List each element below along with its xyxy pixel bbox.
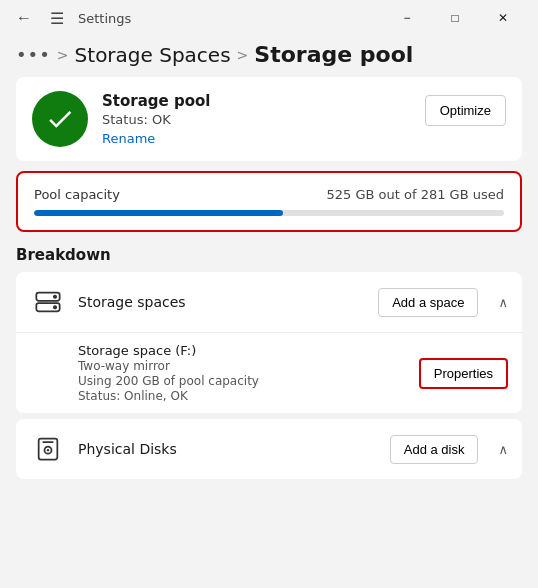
title-bar: ← ☰ Settings − □ ✕ (0, 0, 538, 36)
capacity-label: Pool capacity (34, 187, 120, 202)
disk-icon (34, 435, 62, 463)
pool-header-card: Storage pool Status: OK Rename Optimize (16, 77, 522, 161)
storage-space-name: Storage space (F:) (78, 343, 407, 358)
add-space-button[interactable]: Add a space (378, 288, 478, 317)
physical-disks-label: Physical Disks (78, 441, 378, 457)
pool-status-icon (32, 91, 88, 147)
storage-space-line2: Using 200 GB of pool capacity (78, 374, 407, 388)
breakdown-title: Breakdown (16, 246, 522, 264)
progress-bar-fill (34, 210, 283, 216)
storage-spaces-chevron[interactable]: ∧ (498, 295, 508, 310)
maximize-button[interactable]: □ (432, 2, 478, 34)
progress-bar-background (34, 210, 504, 216)
properties-button[interactable]: Properties (419, 358, 508, 389)
physical-disks-header: Physical Disks Add a disk ∧ (16, 419, 522, 479)
app-title: Settings (78, 11, 131, 26)
close-button[interactable]: ✕ (480, 2, 526, 34)
svg-point-2 (54, 296, 56, 298)
optimize-button[interactable]: Optimize (425, 95, 506, 126)
physical-disks-chevron[interactable]: ∧ (498, 442, 508, 457)
svg-point-6 (47, 449, 49, 451)
storage-space-item: Storage space (F:) Two-way mirror Using … (16, 332, 522, 413)
breadcrumb-dots[interactable]: ••• (16, 44, 51, 65)
window-controls: − □ ✕ (384, 2, 526, 34)
storage-spaces-label: Storage spaces (78, 294, 366, 310)
menu-button[interactable]: ☰ (46, 5, 68, 32)
content-area: Storage pool Status: OK Rename Optimize … (0, 77, 538, 501)
checkmark-icon (45, 104, 75, 134)
drives-icon (34, 288, 62, 316)
storage-space-line1: Two-way mirror (78, 359, 407, 373)
pool-name: Storage pool (102, 92, 411, 110)
back-button[interactable]: ← (12, 5, 36, 31)
physical-disks-card: Physical Disks Add a disk ∧ (16, 419, 522, 479)
title-bar-left: ← ☰ Settings (12, 5, 131, 32)
breadcrumb-storage-spaces[interactable]: Storage Spaces (75, 43, 231, 67)
rename-link[interactable]: Rename (102, 131, 155, 146)
pool-info: Storage pool Status: OK Rename (102, 92, 411, 146)
capacity-card: Pool capacity 525 GB out of 281 GB used (16, 171, 522, 232)
svg-point-3 (54, 306, 56, 308)
storage-space-info: Storage space (F:) Two-way mirror Using … (78, 343, 407, 403)
add-disk-button[interactable]: Add a disk (390, 435, 479, 464)
storage-space-line3: Status: Online, OK (78, 389, 407, 403)
storage-spaces-icon (30, 284, 66, 320)
pool-status: Status: OK (102, 112, 411, 127)
physical-disks-icon (30, 431, 66, 467)
breadcrumb-sep-1: > (57, 47, 69, 63)
breadcrumb: ••• > Storage Spaces > Storage pool (0, 36, 538, 77)
breadcrumb-current: Storage pool (254, 42, 413, 67)
capacity-label-row: Pool capacity 525 GB out of 281 GB used (34, 187, 504, 202)
minimize-button[interactable]: − (384, 2, 430, 34)
breadcrumb-sep-2: > (237, 47, 249, 63)
storage-spaces-header: Storage spaces Add a space ∧ (16, 272, 522, 332)
storage-spaces-card: Storage spaces Add a space ∧ Storage spa… (16, 272, 522, 413)
capacity-value: 525 GB out of 281 GB used (327, 187, 505, 202)
